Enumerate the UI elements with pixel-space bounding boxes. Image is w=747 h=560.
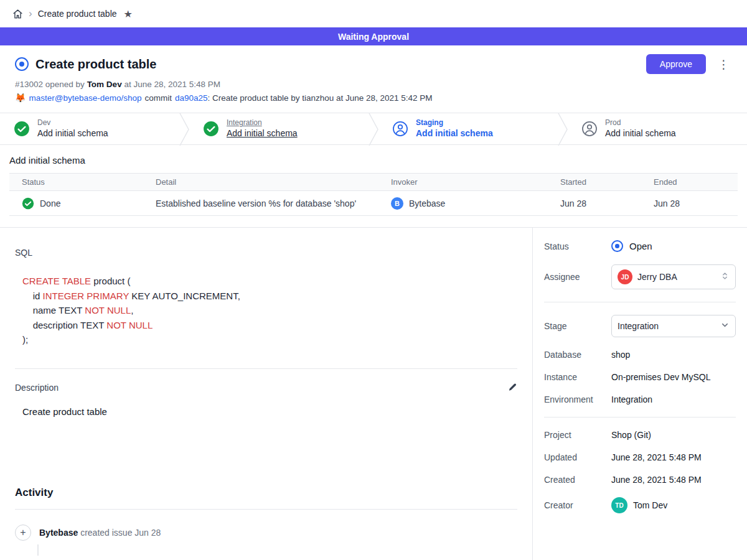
stage-task-label: Add initial schema <box>605 128 676 139</box>
environment-label: Environment <box>544 394 611 404</box>
updated-label: Updated <box>544 452 611 462</box>
commit-hash-link[interactable]: da90a25 <box>175 93 208 103</box>
stage-label: Stage <box>544 321 611 331</box>
pipeline-stage-prod[interactable]: Prod Add initial schema <box>568 113 747 144</box>
created-label: Created <box>544 475 611 485</box>
column-header-detail: Detail <box>156 177 391 187</box>
gitlab-icon: 🦊 <box>15 93 26 103</box>
plus-icon[interactable]: + <box>15 525 31 541</box>
stage-separator <box>179 113 189 146</box>
stage-task-label: Add initial schema <box>37 128 108 139</box>
main-content: SQL CREATE TABLE product ( id INTEGER PR… <box>0 227 747 560</box>
environment-value: Integration <box>611 394 736 404</box>
check-circle-icon <box>14 121 30 137</box>
person-circle-icon <box>392 121 408 137</box>
approval-banner: Waiting Approval <box>0 27 747 45</box>
column-header-invoker: Invoker <box>391 177 560 187</box>
task-status-text: Done <box>40 198 60 208</box>
task-title: Add initial schema <box>9 155 738 166</box>
status-value: Open <box>611 240 736 252</box>
task-ended-date: Jun 28 <box>654 198 725 208</box>
stage-task-label: Add initial schema <box>227 128 298 139</box>
pipeline-stage-dev[interactable]: Dev Add initial schema <box>0 113 179 144</box>
description-text: Create product table <box>15 406 517 417</box>
activity-actor: Bytebase <box>39 528 78 538</box>
divider <box>15 509 517 510</box>
issue-header: Create product table Approve ⋮ #13002 op… <box>0 45 747 113</box>
issue-status-icon <box>15 57 29 71</box>
task-section: Add initial schema Status Detail Invoker… <box>0 145 747 227</box>
breadcrumb: › Create product table ★ <box>0 0 747 27</box>
creator-label: Creator <box>544 500 611 510</box>
commit-word: commit <box>145 93 172 103</box>
chevron-down-icon <box>720 320 730 332</box>
pipeline: Dev Add initial schema Integration Add i… <box>0 113 747 145</box>
issue-body: SQL CREATE TABLE product ( id INTEGER PR… <box>0 228 532 560</box>
breadcrumb-page[interactable]: Create product table <box>38 9 117 19</box>
home-icon[interactable] <box>12 9 23 19</box>
column-header-ended: Ended <box>654 177 725 187</box>
creator-value: TD Tom Dev <box>611 497 736 513</box>
creator-name: Tom Dev <box>633 500 667 510</box>
divider <box>544 302 736 302</box>
column-header-started: Started <box>560 177 654 187</box>
activity-item: + Bytebase created issue Jun 28 <box>15 525 517 541</box>
stage-separator <box>558 113 568 146</box>
database-label: Database <box>544 350 611 360</box>
stage-select[interactable]: Integration <box>611 315 736 337</box>
assignee-name: Jerry DBA <box>637 272 715 282</box>
status-text: Open <box>629 241 652 251</box>
page-title: Create product table <box>35 57 156 72</box>
stage-env-label: Integration <box>227 118 298 128</box>
project-label: Project <box>544 430 611 440</box>
assignee-label: Assignee <box>544 272 611 282</box>
stage-task-label: Add initial schema <box>416 128 493 139</box>
invoker-avatar: B <box>391 197 403 210</box>
issue-number-text: #13002 opened by <box>15 80 85 89</box>
issue-author: Tom Dev <box>87 80 122 89</box>
creator-avatar: TD <box>611 497 627 513</box>
activity-text: created issue Jun 28 <box>80 528 161 538</box>
timeline-connector <box>37 544 39 556</box>
assignee-select[interactable]: JD Jerry DBA <box>611 264 736 289</box>
instance-label: Instance <box>544 372 611 382</box>
stage-env-label: Staging <box>416 118 493 128</box>
status-label: Status <box>544 241 611 251</box>
pipeline-stage-staging[interactable]: Staging Add initial schema <box>378 113 558 144</box>
status-open-icon <box>611 240 623 252</box>
updated-value: June 28, 2021 5:48 PM <box>611 452 736 462</box>
assignee-avatar: JD <box>618 269 632 284</box>
task-started-date: Jun 28 <box>560 198 654 208</box>
column-header-status: Status <box>22 177 156 187</box>
issue-open-time: at June 28, 2021 5:48 PM <box>124 80 220 89</box>
divider <box>544 417 736 418</box>
sql-label: SQL <box>15 248 517 258</box>
instance-value: On-premises Dev MySQL <box>611 372 736 382</box>
stage-env-label: Prod <box>605 118 676 128</box>
approve-button[interactable]: Approve <box>646 54 706 74</box>
project-value: Shop (Git) <box>611 430 736 440</box>
created-value: June 28, 2021 5:48 PM <box>611 475 736 485</box>
check-circle-icon <box>203 121 219 137</box>
issue-meta: #13002 opened by Tom Dev at June 28, 202… <box>15 80 732 89</box>
breadcrumb-chevron-icon: › <box>29 8 32 19</box>
app-window: › Create product table ★ Waiting Approva… <box>0 0 747 560</box>
stage-env-label: Dev <box>37 118 108 128</box>
pipeline-stage-integration[interactable]: Integration Add initial schema <box>189 113 369 144</box>
kebab-menu-icon[interactable]: ⋮ <box>715 57 732 72</box>
stage-value: Integration <box>618 321 715 331</box>
issue-sidebar: Status Open Assignee JD Jerry DBA Sta <box>532 228 747 560</box>
description-label: Description <box>15 383 59 393</box>
database-value: shop <box>611 350 736 360</box>
edit-pencil-icon[interactable] <box>507 383 517 393</box>
table-row[interactable]: Done Established baseline version %s for… <box>9 191 738 216</box>
task-detail-text: Established baseline version %s for data… <box>156 198 391 208</box>
branch-link[interactable]: master@bytebase-demo/shop <box>29 93 141 103</box>
star-icon[interactable]: ★ <box>124 8 133 20</box>
selector-arrows-icon <box>720 271 730 283</box>
check-circle-icon <box>22 197 34 210</box>
task-table-header: Status Detail Invoker Started Ended <box>9 173 738 191</box>
stage-separator <box>369 113 378 146</box>
commit-line: 🦊 master@bytebase-demo/shop commit da90a… <box>15 93 732 103</box>
commit-message: : Create product table by tianzhou at Ju… <box>208 93 433 103</box>
